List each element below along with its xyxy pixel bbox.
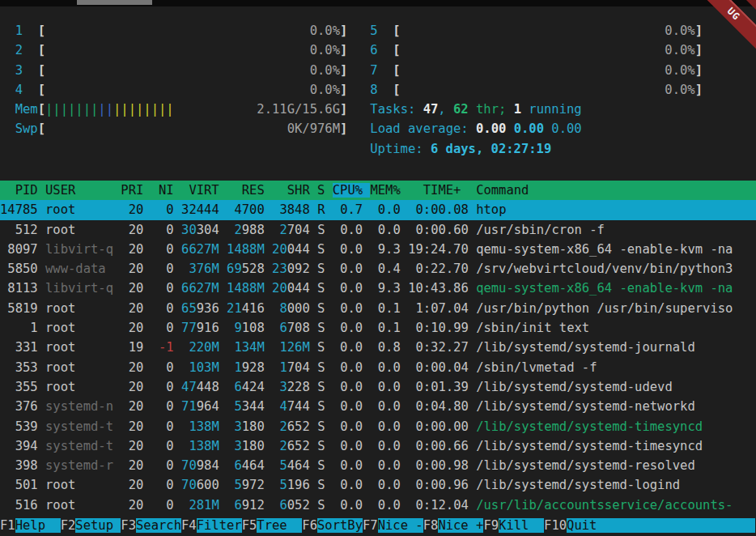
cpu-meter-label: 8 <box>370 83 377 97</box>
cpu-meter-label: 1 <box>15 23 23 38</box>
column-header-mem[interactable]: MEM% <box>370 183 400 198</box>
process-row-376[interactable]: 376 systemd-n 20 0 71964 5344 4744 S 0.0… <box>0 397 756 416</box>
cpu-meter-value: 0.0% <box>310 43 340 57</box>
cell-time: 0:00.66 <box>408 439 469 453</box>
process-row-501[interactable]: 501 root 20 0 70600 5972 5196 S 0.0 0.0 … <box>0 475 756 495</box>
cell-ni: 0 <box>151 399 174 414</box>
column-header-pid[interactable]: PID <box>0 183 38 198</box>
process-row-1[interactable]: 1 root 20 0 77916 9108 6708 S 0.0 0.1 0:… <box>0 318 756 338</box>
mem-meter-value: 2.11G/15.6G <box>257 102 340 117</box>
cpu-meter-2: 2 [ 0.0%] <box>0 43 347 57</box>
cell-mem: 0.0 <box>370 380 400 394</box>
fkey-number: F3 <box>121 518 136 533</box>
cell-mem: 0.0 <box>370 439 400 453</box>
column-header-time[interactable]: TIME+ <box>408 183 469 198</box>
fkey-f2[interactable]: F2Setup <box>61 518 121 533</box>
cell-pri: 20 <box>121 399 143 414</box>
column-header-shr[interactable]: SHR <box>272 183 310 198</box>
process-row-8097[interactable]: 8097 libvirt-q 20 0 6627M 1488M 20044 S … <box>0 240 756 259</box>
cell-ni: 0 <box>151 262 174 276</box>
fkey-f7[interactable]: F7Nice - <box>363 518 423 533</box>
cell-pid: 353 <box>0 360 38 375</box>
fkey-f5[interactable]: F5Tree <box>242 518 303 533</box>
process-row-5819[interactable]: 5819 root 20 0 65936 21416 8000 S 0.0 0.… <box>0 299 756 318</box>
process-row-398[interactable]: 398 systemd-r 20 0 70984 6464 5464 S 0.0… <box>0 456 756 475</box>
cpu-meter-value: 0.0% <box>665 83 694 97</box>
cell-res: 3180 <box>227 419 265 434</box>
column-header-ni[interactable]: NI <box>151 183 174 198</box>
function-key-bar: F1Help F2Setup F3SearchF4FilterF5Tree F6… <box>0 515 756 536</box>
cell-time: 0:00.60 <box>408 223 469 237</box>
fkey-action-label: Nice + <box>438 518 483 533</box>
fkey-action-label: Kill <box>499 518 544 533</box>
fkey-f9[interactable]: F9Kill <box>483 518 544 533</box>
fkey-action-label: Tree <box>257 518 302 533</box>
process-row-512[interactable]: 512 root 20 0 30304 2988 2704 S 0.0 0.0 … <box>0 220 756 240</box>
column-header-res[interactable]: RES <box>227 183 265 198</box>
cpu-meter-value: 0.0% <box>310 63 340 78</box>
cell-pid: 512 <box>0 223 38 237</box>
fkey-f10[interactable]: F10Quit <box>544 518 755 533</box>
fkey-action-label: Filter <box>197 518 242 533</box>
column-header-pri[interactable]: PRI <box>121 183 143 198</box>
cell-pri: 20 <box>121 380 143 394</box>
column-header-cpu[interactable]: CPU% <box>333 183 371 198</box>
cell-virt: 103M <box>181 360 219 375</box>
cell-shr: 6052 <box>272 498 310 513</box>
cell-user: systemd-t <box>45 439 113 453</box>
fkey-f4[interactable]: F4Filter <box>181 518 242 533</box>
process-row-14785[interactable]: 14785 root 20 0 32444 4700 3848 R 0.7 0.… <box>0 200 756 219</box>
cell-cpu: 0.7 <box>333 202 363 217</box>
cell-pid: 8113 <box>0 281 38 296</box>
cell-mem: 0.0 <box>370 223 400 237</box>
cell-mem: 0.0 <box>370 498 400 513</box>
cpu-meter-label: 6 <box>370 43 377 57</box>
process-row-331[interactable]: 331 root 19 -1 220M 134M 126M S 0.0 0.8 … <box>0 338 756 357</box>
swp-meter-value: 0K/976M <box>287 121 340 136</box>
cell-cpu: 0.0 <box>333 380 363 394</box>
cell-ni: -1 <box>151 340 174 355</box>
column-header-user[interactable]: USER <box>45 183 113 198</box>
cell-virt: 70600 <box>181 478 219 492</box>
process-row-353[interactable]: 353 root 20 0 103M 1928 1704 S 0.0 0.0 0… <box>0 358 756 377</box>
cpu-meter-5: 5 [ 0.0%] <box>347 23 703 38</box>
process-row-394[interactable]: 394 systemd-t 20 0 138M 3180 2652 S 0.0 … <box>0 436 756 456</box>
cell-mem: 0.0 <box>370 360 400 375</box>
cell-shr: 20044 <box>272 242 310 257</box>
cpu-meter-label: 2 <box>15 43 23 57</box>
cell-pri: 19 <box>121 340 143 355</box>
process-row-355[interactable]: 355 root 20 0 47448 6424 3228 S 0.0 0.0 … <box>0 377 756 397</box>
fkey-number: F7 <box>363 518 378 533</box>
uptime: Uptime: 6 days, 02:27:19 <box>370 142 551 156</box>
cell-user: root <box>45 340 113 355</box>
mem-meter: Mem[||||||||||||||||| 2.11G/15.6G] <box>0 102 347 117</box>
cell-pri: 20 <box>121 301 143 316</box>
cell-virt: 71964 <box>181 399 219 414</box>
cell-mem: 0.1 <box>370 321 400 335</box>
cell-pri: 20 <box>121 419 143 434</box>
cell-cpu: 0.0 <box>333 439 363 453</box>
cell-ni: 0 <box>151 321 174 335</box>
table-header-row: PID USER PRI NI VIRT RES SHR S CPU% MEM%… <box>0 181 756 200</box>
fkey-f6[interactable]: F6SortBy <box>302 518 363 533</box>
column-header-virt[interactable]: VIRT <box>181 183 219 198</box>
cell-mem: 0.0 <box>370 399 400 414</box>
cell-cpu: 0.0 <box>333 321 363 335</box>
process-row-516[interactable]: 516 root 20 0 281M 6912 6052 S 0.0 0.0 0… <box>0 496 756 515</box>
fkey-f3[interactable]: F3Search <box>121 518 181 533</box>
cell-res: 5344 <box>227 399 265 414</box>
fkey-f1[interactable]: F1Help <box>0 518 61 533</box>
process-row-539[interactable]: 539 systemd-t 20 0 138M 3180 2652 S 0.0 … <box>0 417 756 436</box>
process-row-8113[interactable]: 8113 libvirt-q 20 0 6627M 1488M 20044 S … <box>0 279 756 298</box>
cpu-meter-label: 7 <box>370 63 377 78</box>
fkey-number: F2 <box>61 518 76 533</box>
column-header-command[interactable]: Command <box>476 183 529 198</box>
cell-shr: 3848 <box>272 202 310 217</box>
browser-tab-remnant[interactable] <box>77 0 152 5</box>
process-row-5850[interactable]: 5850 www-data 20 0 376M 69528 23092 S 0.… <box>0 259 756 279</box>
cell-mem: 9.3 <box>370 281 400 296</box>
fkey-action-label: Nice - <box>378 518 423 533</box>
meter-row-2: 2 [ 0.0%] 6 [ 0.0%] <box>0 40 756 60</box>
fkey-number: F5 <box>242 518 257 533</box>
fkey-f8[interactable]: F8Nice + <box>423 518 484 533</box>
